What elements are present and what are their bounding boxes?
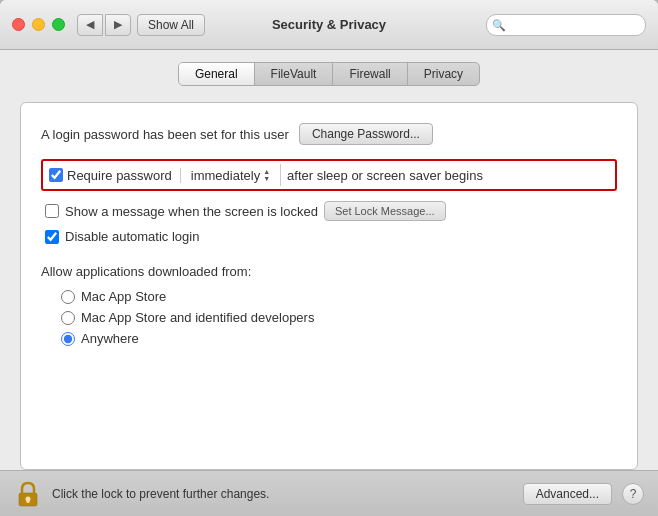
radio-mac-app-store-identified-label: Mac App Store and identified developers — [81, 310, 314, 325]
window-title: Security & Privacy — [272, 17, 386, 32]
tab-filevault[interactable]: FileVault — [255, 63, 334, 85]
nav-forward-button[interactable]: ▶ — [105, 14, 131, 36]
tab-firewall[interactable]: Firewall — [333, 63, 407, 85]
allow-apps-title: Allow applications downloaded from: — [41, 264, 617, 279]
tab-privacy[interactable]: Privacy — [408, 63, 479, 85]
dropdown-arrows-icon: ▲ ▼ — [263, 168, 270, 182]
advanced-button[interactable]: Advanced... — [523, 483, 612, 505]
content-area: General FileVault Firewall Privacy A log… — [0, 50, 658, 470]
login-password-text: A login password has been set for this u… — [41, 127, 289, 142]
show-message-checkbox[interactable] — [45, 204, 59, 218]
search-icon: 🔍 — [492, 18, 506, 31]
immediately-dropdown[interactable]: immediately ▲ ▼ — [181, 164, 281, 186]
show-all-button[interactable]: Show All — [137, 14, 205, 36]
change-password-button[interactable]: Change Password... — [299, 123, 433, 145]
help-button[interactable]: ? — [622, 483, 644, 505]
radio-row-mac-app-store-identified: Mac App Store and identified developers — [61, 310, 617, 325]
disable-auto-login-text: Disable automatic login — [65, 229, 199, 244]
minimize-button[interactable] — [32, 18, 45, 31]
search-input[interactable] — [486, 14, 646, 36]
close-button[interactable] — [12, 18, 25, 31]
require-password-checkbox[interactable] — [49, 168, 63, 182]
general-panel: A login password has been set for this u… — [20, 102, 638, 470]
radio-anywhere[interactable] — [61, 332, 75, 346]
radio-group: Mac App Store Mac App Store and identifi… — [41, 289, 617, 346]
radio-anywhere-label: Anywhere — [81, 331, 139, 346]
after-sleep-text: after sleep or screen saver begins — [281, 168, 489, 183]
require-password-row: Require password immediately ▲ ▼ after s… — [41, 159, 617, 191]
nav-back-button[interactable]: ◀ — [77, 14, 103, 36]
traffic-lights — [12, 18, 65, 31]
radio-mac-app-store[interactable] — [61, 290, 75, 304]
disable-auto-login-checkbox[interactable] — [45, 230, 59, 244]
allow-apps-section: Allow applications downloaded from: Mac … — [41, 264, 617, 346]
search-box: 🔍 — [486, 14, 646, 36]
require-password-label[interactable]: Require password — [49, 168, 181, 183]
disable-auto-login-row: Disable automatic login — [41, 229, 617, 244]
radio-mac-app-store-identified[interactable] — [61, 311, 75, 325]
nav-buttons: ◀ ▶ — [77, 14, 131, 36]
set-lock-message-button[interactable]: Set Lock Message... — [324, 201, 446, 221]
show-message-row: Show a message when the screen is locked… — [41, 201, 617, 221]
show-message-text: Show a message when the screen is locked — [65, 204, 318, 219]
svg-rect-2 — [27, 499, 30, 503]
tab-general[interactable]: General — [179, 63, 255, 85]
immediately-text: immediately — [191, 168, 260, 183]
title-bar: ◀ ▶ Show All Security & Privacy 🔍 — [0, 0, 658, 50]
lock-svg — [17, 480, 39, 508]
login-password-row: A login password has been set for this u… — [41, 123, 617, 145]
bottom-bar: Click the lock to prevent further change… — [0, 470, 658, 516]
radio-row-anywhere: Anywhere — [61, 331, 617, 346]
tab-group: General FileVault Firewall Privacy — [178, 62, 480, 86]
lock-status-text: Click the lock to prevent further change… — [52, 487, 513, 501]
require-password-text: Require password — [67, 168, 172, 183]
radio-mac-app-store-label: Mac App Store — [81, 289, 166, 304]
lock-icon[interactable] — [14, 478, 42, 510]
tab-bar: General FileVault Firewall Privacy — [20, 62, 638, 86]
radio-row-mac-app-store: Mac App Store — [61, 289, 617, 304]
maximize-button[interactable] — [52, 18, 65, 31]
window: ◀ ▶ Show All Security & Privacy 🔍 Genera… — [0, 0, 658, 516]
